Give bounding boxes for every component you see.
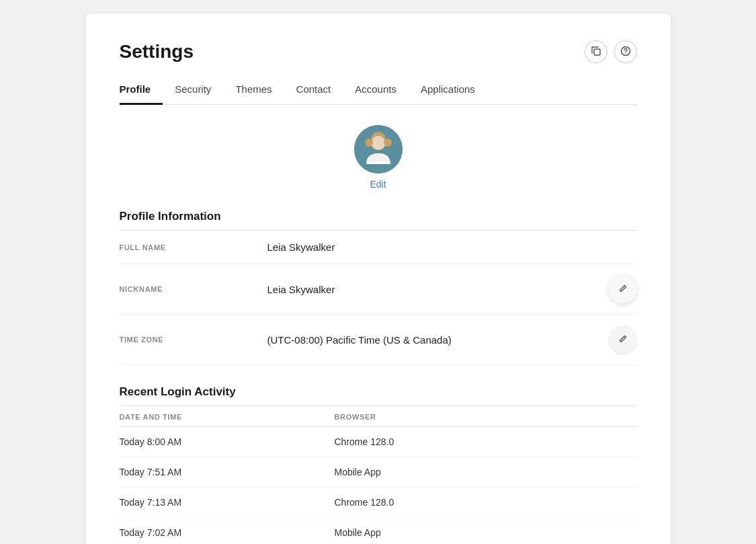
timezone-label: TIME ZONE (120, 336, 267, 344)
recent-login-section: Recent Login Activity DATE AND TIME BROW… (120, 385, 637, 544)
help-icon (620, 46, 631, 59)
pencil-icon-2 (618, 334, 628, 346)
tab-themes[interactable]: Themes (223, 77, 284, 105)
tab-applications[interactable]: Applications (409, 77, 487, 105)
info-row-fullname: FULL NAME Leia Skywalker (120, 231, 637, 264)
info-row-timezone: TIME ZONE (UTC-08:00) Pacific Time (US &… (120, 315, 637, 365)
login-table-header: DATE AND TIME BROWSER (120, 406, 637, 427)
login-datetime: Today 7:02 AM (120, 527, 335, 538)
col-browser-header: BROWSER (335, 413, 637, 421)
fullname-value: Leia Skywalker (267, 241, 637, 253)
avatar (354, 125, 403, 173)
settings-card: Settings (86, 13, 671, 544)
info-row-nickname: NICKNAME Leia Skywalker (120, 264, 637, 315)
header-icons (585, 40, 637, 63)
fullname-label: FULL NAME (120, 243, 267, 251)
copy-icon-button[interactable] (585, 40, 607, 63)
login-row: Today 8:00 AM Chrome 128.0 (120, 427, 637, 457)
timezone-value: (UTC-08:00) Pacific Time (US & Canada) (267, 334, 609, 346)
tab-accounts[interactable]: Accounts (343, 77, 409, 105)
tab-profile[interactable]: Profile (120, 77, 163, 105)
page-title: Settings (120, 41, 194, 63)
avatar-edit-link[interactable]: Edit (370, 179, 386, 190)
svg-point-8 (365, 139, 373, 147)
header-row: Settings (120, 40, 637, 63)
nickname-edit-button[interactable] (609, 275, 637, 303)
svg-rect-0 (594, 49, 600, 55)
login-browser: Chrome 128.0 (335, 497, 637, 508)
login-browser: Mobile App (335, 467, 637, 477)
login-datetime: Today 8:00 AM (120, 436, 335, 447)
svg-point-2 (625, 52, 626, 53)
avatar-section: Edit (120, 125, 637, 190)
login-row: Today 7:02 AM Mobile App (120, 518, 637, 544)
recent-login-title: Recent Login Activity (120, 385, 637, 399)
svg-point-7 (372, 136, 385, 149)
profile-info-section: Profile Information FULL NAME Leia Skywa… (120, 210, 637, 365)
login-browser: Chrome 128.0 (335, 436, 637, 447)
nickname-value: Leia Skywalker (267, 284, 609, 295)
login-datetime: Today 7:51 AM (120, 467, 335, 477)
timezone-edit-button[interactable] (609, 325, 637, 354)
tab-contact[interactable]: Contact (284, 77, 343, 105)
col-datetime-header: DATE AND TIME (120, 413, 335, 421)
tabs-nav: Profile Security Themes Contact Accounts… (120, 77, 637, 105)
tab-security[interactable]: Security (163, 77, 223, 105)
svg-point-9 (384, 139, 392, 147)
login-row: Today 7:51 AM Mobile App (120, 457, 637, 488)
help-icon-button[interactable] (614, 40, 637, 63)
pencil-icon (618, 284, 628, 295)
login-row: Today 7:13 AM Chrome 128.0 (120, 488, 637, 518)
copy-icon (591, 46, 601, 59)
login-browser: Mobile App (335, 527, 637, 538)
profile-info-title: Profile Information (120, 210, 637, 223)
login-datetime: Today 7:13 AM (120, 497, 335, 508)
nickname-label: NICKNAME (120, 285, 267, 293)
